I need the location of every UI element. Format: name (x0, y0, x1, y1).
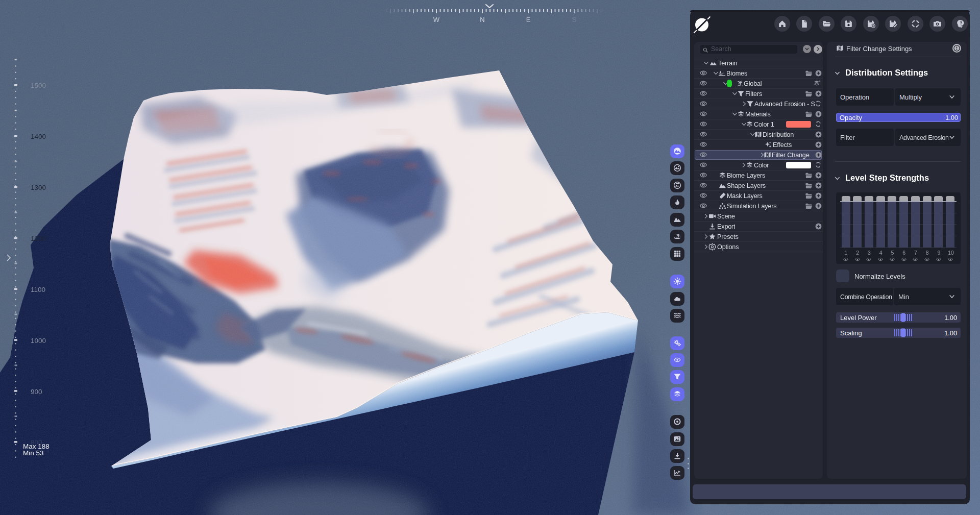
svg-text:900: 900 (31, 388, 42, 396)
svg-text:N: N (480, 16, 484, 23)
svg-text:1000: 1000 (31, 337, 46, 345)
svg-text:1400: 1400 (31, 133, 46, 140)
svg-text:1100: 1100 (31, 286, 45, 293)
svg-text:1500: 1500 (31, 82, 46, 89)
svg-text:S: S (572, 16, 577, 23)
svg-text:W: W (433, 16, 440, 23)
svg-text:?: ? (960, 20, 962, 26)
svg-text:Min 53: Min 53 (23, 449, 44, 457)
svg-text:E: E (526, 16, 531, 23)
svg-text:1300: 1300 (31, 184, 46, 191)
svg-text:1200: 1200 (31, 235, 46, 242)
